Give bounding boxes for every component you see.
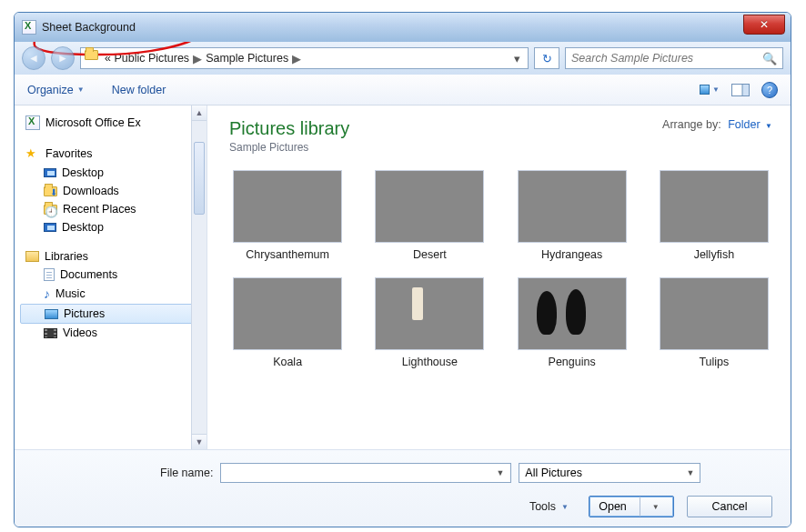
thumbnail-image — [375, 170, 484, 243]
search-box[interactable]: 🔍 — [565, 47, 783, 69]
tools-label: Tools — [529, 500, 556, 513]
sidebar-item-recent[interactable]: Recent Places — [20, 200, 207, 218]
thumbnail-caption: Desert — [371, 248, 488, 261]
dialog-footer: File name: ▼ All Pictures ▼ Tools ▼ Open… — [15, 449, 791, 527]
sidebar-item-label: Desktop — [62, 221, 104, 234]
sidebar-item-documents[interactable]: Documents — [20, 266, 207, 284]
thumbnail-caption: Lighthouse — [371, 356, 488, 368]
app-icon — [22, 20, 36, 35]
thumbnail-item[interactable]: Hydrangeas — [514, 170, 630, 261]
chevron-down-icon[interactable]: ▼ — [493, 468, 507, 477]
breadcrumb-sep-icon: ▶ — [292, 52, 301, 65]
sidebar-item-label: Videos — [63, 326, 97, 339]
window-title: Sheet Background — [42, 21, 136, 34]
sidebar-item-music[interactable]: ♪Music — [20, 284, 207, 304]
thumbnail-image — [375, 277, 484, 350]
thumbnail-caption: Koala — [229, 356, 346, 368]
new-folder-label: New folder — [112, 84, 166, 96]
sidebar-scrollbar[interactable]: ▲ ▼ — [191, 105, 207, 449]
recent-icon — [44, 205, 57, 215]
library-subtitle: Sample Pictures — [229, 141, 349, 154]
pictures-icon — [45, 309, 58, 319]
sidebar-item-pictures[interactable]: Pictures — [20, 304, 207, 324]
help-icon: ? — [767, 85, 772, 95]
open-dropdown[interactable]: ▼ — [648, 503, 664, 511]
filename-combobox[interactable]: ▼ — [220, 463, 511, 483]
thumbnail-item[interactable]: Jellyfish — [656, 170, 772, 261]
thumbnail-item[interactable]: Desert — [371, 170, 488, 261]
close-button[interactable]: ✕ — [743, 15, 785, 35]
back-button[interactable]: ◄ — [22, 46, 45, 70]
arrange-by[interactable]: Arrange by: Folder ▼ — [662, 118, 772, 131]
videos-icon — [44, 328, 57, 338]
preview-pane-icon — [731, 84, 750, 96]
sidebar-item-label: Downloads — [63, 185, 119, 197]
search-icon[interactable]: 🔍 — [762, 52, 777, 65]
filename-input[interactable] — [225, 467, 493, 479]
libraries-icon — [25, 251, 39, 262]
desktop-icon — [44, 168, 56, 177]
thumbnail-image — [660, 170, 769, 243]
address-bar[interactable]: « Public Pictures ▶ Sample Pictures ▶ ▾ — [80, 47, 529, 69]
music-icon: ♪ — [44, 286, 50, 301]
thumbnail-caption: Tulips — [656, 356, 772, 368]
preview-pane-button[interactable] — [730, 82, 751, 98]
sidebar-item-desktop[interactable]: Desktop — [20, 218, 207, 236]
view-icon — [700, 85, 710, 95]
tools-menu[interactable]: Tools ▼ — [529, 500, 569, 513]
search-input[interactable] — [571, 52, 762, 65]
navbar: ◄ ► « Public Pictures ▶ Sample Pictures … — [15, 42, 791, 75]
thumbnail-item[interactable]: Lighthouse — [371, 277, 488, 368]
thumbnail-item[interactable]: Penguins — [514, 277, 630, 368]
excel-icon — [25, 115, 40, 130]
thumbnail-caption: Penguins — [514, 356, 630, 368]
library-title: Pictures library — [229, 118, 349, 139]
sidebar-group-favorites[interactable]: ★ Favorites — [20, 144, 207, 164]
thumbnail-item[interactable]: Tulips — [656, 277, 772, 368]
chevron-down-icon: ▼ — [686, 468, 694, 477]
sidebar-item-videos[interactable]: Videos — [20, 324, 207, 342]
breadcrumb-prefix: « — [105, 52, 111, 65]
thumbnail-image — [660, 277, 769, 350]
sidebar-item-office[interactable]: Microsoft Office Ex — [20, 113, 207, 133]
chevron-down-icon: ▼ — [712, 85, 720, 94]
filename-label: File name: — [160, 467, 213, 479]
address-dropdown-icon[interactable]: ▾ — [510, 52, 524, 65]
refresh-button[interactable]: ↻ — [534, 47, 559, 69]
scroll-up-icon[interactable]: ▲ — [192, 105, 207, 121]
breadcrumb-item[interactable]: Sample Pictures — [206, 52, 288, 65]
thumbnail-item[interactable]: Chrysanthemum — [229, 170, 346, 261]
thumbnail-item[interactable]: Koala — [229, 277, 346, 368]
thumbnail-image — [518, 277, 627, 350]
titlebar: Sheet Background ✕ — [15, 13, 791, 42]
documents-icon — [44, 268, 55, 281]
toolbar: Organize ▼ New folder ▼ ? — [15, 75, 791, 105]
folder-icon — [85, 50, 101, 66]
library-header: Pictures library Sample Pictures Arrange… — [229, 118, 772, 154]
breadcrumb-item[interactable]: Public Pictures — [114, 52, 189, 65]
new-folder-button[interactable]: New folder — [112, 84, 166, 96]
sidebar-item-label: Music — [55, 287, 86, 300]
thumbnail-image — [233, 277, 342, 350]
open-button[interactable]: Open ▼ — [589, 496, 674, 517]
scroll-thumb[interactable] — [194, 142, 205, 215]
content-pane: Pictures library Sample Pictures Arrange… — [207, 105, 791, 449]
thumbnail-grid: ChrysanthemumDesertHydrangeasJellyfishKo… — [229, 170, 772, 368]
refresh-icon: ↻ — [542, 52, 552, 65]
sidebar-item-desktop[interactable]: Desktop — [20, 164, 207, 182]
sidebar-item-downloads[interactable]: Downloads — [20, 182, 207, 200]
filetype-filter[interactable]: All Pictures ▼ — [519, 463, 700, 483]
cancel-label: Cancel — [712, 500, 748, 513]
sidebar-group-libraries[interactable]: Libraries — [20, 247, 207, 266]
forward-button[interactable]: ► — [51, 46, 75, 70]
sidebar-item-label: Documents — [60, 268, 117, 281]
cancel-button[interactable]: Cancel — [687, 496, 772, 517]
help-button[interactable]: ? — [761, 82, 778, 98]
organize-menu[interactable]: Organize ▼ — [27, 84, 85, 96]
scroll-down-icon[interactable]: ▼ — [192, 434, 207, 449]
view-mode-button[interactable]: ▼ — [700, 82, 720, 98]
sidebar-item-label: Desktop — [62, 166, 104, 179]
navigation-pane: Microsoft Office Ex ★ Favorites Desktop … — [15, 105, 207, 449]
arrow-right-icon: ► — [57, 52, 68, 65]
thumbnail-caption: Chrysanthemum — [229, 248, 346, 261]
